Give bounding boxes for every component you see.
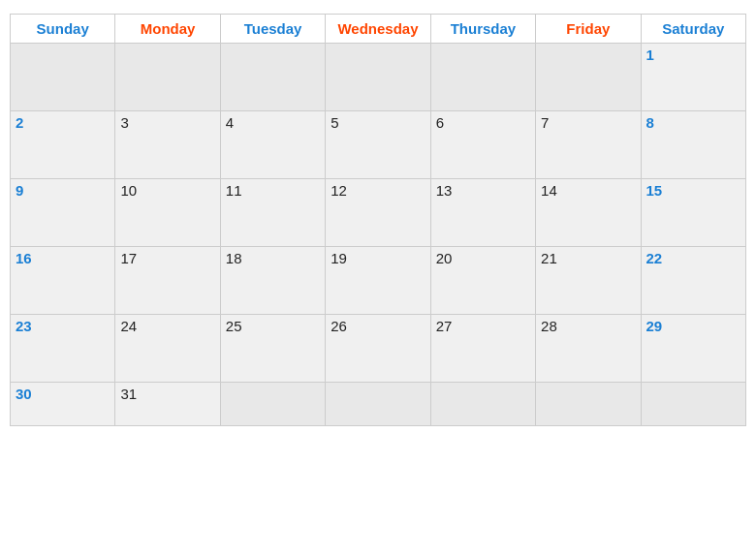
day-number: 28 [541, 318, 557, 334]
calendar-cell [326, 44, 430, 111]
calendar-cell: 23 [11, 315, 115, 383]
day-number: 24 [120, 318, 137, 334]
day-number: 1 [646, 46, 654, 63]
calendar-cell [115, 44, 220, 111]
day-number: 23 [16, 318, 32, 334]
day-number: 29 [646, 318, 663, 334]
calendar-cell: 11 [220, 179, 325, 247]
day-number: 2 [16, 114, 23, 131]
day-number: 9 [16, 182, 23, 199]
calendar-cell [430, 44, 535, 111]
calendar-cell: 15 [641, 179, 745, 247]
day-header-tuesday: Tuesday [220, 15, 325, 44]
day-number: 8 [646, 114, 654, 131]
calendar-cell [11, 44, 115, 111]
calendar-cell: 19 [326, 247, 430, 315]
calendar-cell [326, 383, 430, 426]
calendar-cell [641, 383, 745, 426]
calendar-cell: 8 [641, 111, 745, 179]
day-number: 11 [226, 182, 242, 199]
day-header-saturday: Saturday [641, 15, 745, 44]
calendar-cell: 4 [220, 111, 325, 179]
day-header-thursday: Thursday [430, 15, 535, 44]
day-header-friday: Friday [536, 15, 641, 44]
calendar-cell: 3 [115, 111, 220, 179]
day-header-monday: Monday [115, 15, 220, 44]
calendar-cell [220, 44, 325, 111]
calendar-cell: 5 [326, 111, 430, 179]
day-header-wednesday: Wednesday [326, 15, 430, 44]
calendar-cell: 25 [220, 315, 325, 383]
calendar-cell: 14 [536, 179, 641, 247]
day-number: 26 [331, 318, 347, 334]
calendar-cell: 21 [536, 247, 641, 315]
calendar-cell: 20 [430, 247, 535, 315]
calendar-cell: 27 [430, 315, 535, 383]
calendar-cell: 30 [11, 383, 115, 426]
calendar-cell: 13 [430, 179, 535, 247]
calendar-cell: 17 [115, 247, 220, 315]
day-number: 19 [331, 250, 347, 266]
day-number: 27 [436, 318, 453, 334]
calendar-cell [430, 383, 535, 426]
calendar-cell: 2 [11, 111, 115, 179]
calendar-cell: 28 [536, 315, 641, 383]
calendar-cell: 16 [11, 247, 115, 315]
calendar-cell: 31 [115, 383, 220, 426]
calendar-cell: 12 [326, 179, 430, 247]
calendar-cell: 29 [641, 315, 745, 383]
day-number: 30 [16, 386, 32, 402]
day-number: 7 [541, 114, 549, 131]
calendar-table: SundayMondayTuesdayWednesdayThursdayFrid… [10, 14, 746, 426]
day-number: 6 [436, 114, 444, 131]
day-number: 17 [120, 250, 137, 266]
day-number: 22 [646, 250, 663, 266]
calendar-cell: 9 [11, 179, 115, 247]
calendar-cell: 24 [115, 315, 220, 383]
day-number: 14 [541, 182, 557, 199]
day-number: 18 [226, 250, 242, 266]
day-number: 12 [331, 182, 347, 199]
calendar-cell: 10 [115, 179, 220, 247]
day-number: 25 [226, 318, 242, 334]
calendar-cell: 26 [326, 315, 430, 383]
day-number: 21 [541, 250, 557, 266]
calendar-page: SundayMondayTuesdayWednesdayThursdayFrid… [0, 0, 756, 557]
calendar-cell [536, 383, 641, 426]
calendar-cell: 7 [536, 111, 641, 179]
calendar-cell [220, 383, 325, 426]
day-number: 16 [16, 250, 32, 266]
day-number: 5 [331, 114, 338, 131]
calendar-cell [536, 44, 641, 111]
day-number: 10 [120, 182, 137, 199]
calendar-cell: 18 [220, 247, 325, 315]
day-number: 31 [120, 386, 137, 402]
day-number: 4 [226, 114, 234, 131]
day-number: 13 [436, 182, 453, 199]
calendar-cell: 22 [641, 247, 745, 315]
day-number: 3 [120, 114, 128, 131]
day-header-sunday: Sunday [11, 15, 115, 44]
day-number: 15 [646, 182, 663, 199]
calendar-cell: 1 [641, 44, 745, 111]
day-number: 20 [436, 250, 453, 266]
calendar-cell: 6 [430, 111, 535, 179]
